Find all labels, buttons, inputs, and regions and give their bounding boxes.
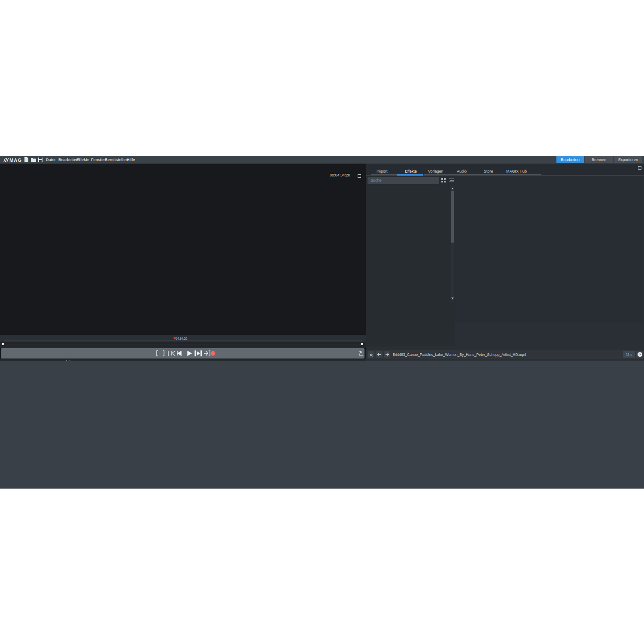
svg-text:04:34:20: 04:34:20: [176, 337, 187, 340]
svg-text:MAGIX: MAGIX: [9, 158, 22, 163]
